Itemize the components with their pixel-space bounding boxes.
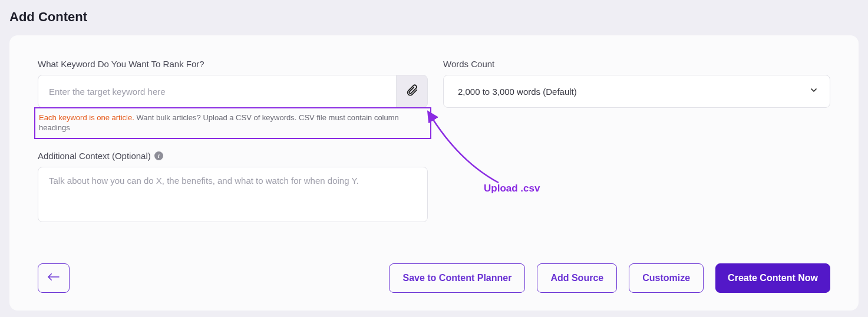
context-textarea[interactable] [38,167,428,222]
keyword-input-group [38,75,428,108]
page-title: Add Content [9,9,859,25]
context-label: Additional Context (Optional) [38,151,151,161]
keyword-label: What Keyword Do You Want To Rank For? [38,59,428,69]
info-icon: i [154,151,163,160]
upload-csv-button[interactable] [396,75,428,108]
words-count-select[interactable]: 2,000 to 3,000 words (Default) [443,75,830,108]
content-card: What Keyword Do You Want To Rank For? Ea… [9,35,859,311]
save-to-planner-button[interactable]: Save to Content Planner [389,263,525,293]
add-source-button[interactable]: Add Source [537,263,617,293]
keyword-helper-orange: Each keyword is one article. [39,113,134,122]
context-label-row: Additional Context (Optional) i [38,151,428,161]
arrow-left-icon [47,272,61,284]
words-count-label: Words Count [443,59,830,69]
keyword-helper-box: Each keyword is one article. Want bulk a… [34,107,431,139]
create-content-now-button[interactable]: Create Content Now [715,263,830,293]
keyword-input[interactable] [38,75,396,108]
paperclip-icon [405,84,418,99]
words-count-value: 2,000 to 3,000 words (Default) [458,87,577,97]
back-button[interactable] [38,263,70,293]
customize-button[interactable]: Customize [629,263,704,293]
